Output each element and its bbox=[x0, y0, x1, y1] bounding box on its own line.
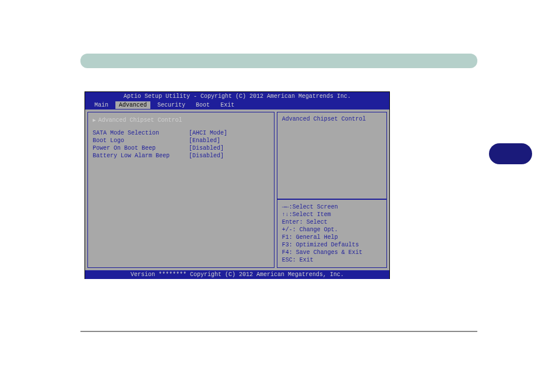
menu-boot[interactable]: Boot bbox=[192, 101, 213, 109]
setting-label: Power On Boot Beep bbox=[93, 145, 189, 151]
help-select-screen: →←:Select Screen bbox=[282, 203, 382, 211]
side-badge-pill bbox=[489, 143, 532, 164]
submenu-label: Advanced Chipset Control bbox=[98, 117, 182, 123]
bios-right-column: Advanced Chipset Control →←:Select Scree… bbox=[277, 112, 387, 268]
submenu-arrow-icon: ▶ bbox=[93, 117, 96, 123]
bios-body: ▶ Advanced Chipset Control SATA Mode Sel… bbox=[85, 110, 389, 270]
setting-value: [Disabled] bbox=[189, 153, 224, 159]
help-f3: F3: Optimized Defaults bbox=[282, 241, 382, 249]
help-esc: ESC: Exit bbox=[282, 256, 382, 264]
setting-value: [Disabled] bbox=[189, 145, 224, 151]
menu-exit[interactable]: Exit bbox=[217, 101, 238, 109]
setting-sata-mode[interactable]: SATA Mode Selection [AHCI Mode] bbox=[93, 129, 269, 137]
setting-label: Boot Logo bbox=[93, 137, 189, 144]
help-f4: F4: Save Changes & Exit bbox=[282, 249, 382, 256]
setting-value: [Enabled] bbox=[189, 137, 220, 144]
help-f1: F1: General Help bbox=[282, 234, 382, 241]
help-select-item: ↑↓:Select Item bbox=[282, 211, 382, 218]
bios-footer: Version ******** Copyright (C) 2012 Amer… bbox=[85, 270, 389, 279]
setting-label: Battery Low Alarm Beep bbox=[93, 153, 189, 159]
help-enter: Enter: Select bbox=[282, 218, 382, 226]
description-text: Advanced Chipset Control bbox=[282, 116, 382, 122]
setting-value: [AHCI Mode] bbox=[189, 130, 227, 136]
bios-menu-bar: Main Advanced Security Boot Exit bbox=[85, 101, 389, 110]
decorative-header-pill bbox=[80, 54, 477, 68]
bottom-divider bbox=[80, 330, 477, 332]
bios-setup-window: Aptio Setup Utility - Copyright (C) 2012… bbox=[85, 91, 390, 279]
menu-main[interactable]: Main bbox=[91, 101, 112, 109]
setting-boot-logo[interactable]: Boot Logo [Enabled] bbox=[93, 137, 269, 144]
help-change-opt: +/-: Change Opt. bbox=[282, 226, 382, 234]
bios-title-bar: Aptio Setup Utility - Copyright (C) 2012… bbox=[85, 92, 389, 101]
bios-help-panel: →←:Select Screen ↑↓:Select Item Enter: S… bbox=[277, 199, 387, 268]
menu-security[interactable]: Security bbox=[154, 101, 189, 109]
setting-power-boot-beep[interactable]: Power On Boot Beep [Disabled] bbox=[93, 144, 269, 152]
bios-left-panel: ▶ Advanced Chipset Control SATA Mode Sel… bbox=[87, 112, 275, 268]
menu-advanced[interactable]: Advanced bbox=[115, 101, 150, 109]
submenu-advanced-chipset[interactable]: ▶ Advanced Chipset Control bbox=[93, 116, 269, 125]
setting-label: SATA Mode Selection bbox=[93, 130, 189, 136]
bios-description-panel: Advanced Chipset Control bbox=[277, 112, 387, 199]
setting-battery-low-beep[interactable]: Battery Low Alarm Beep [Disabled] bbox=[93, 152, 269, 160]
